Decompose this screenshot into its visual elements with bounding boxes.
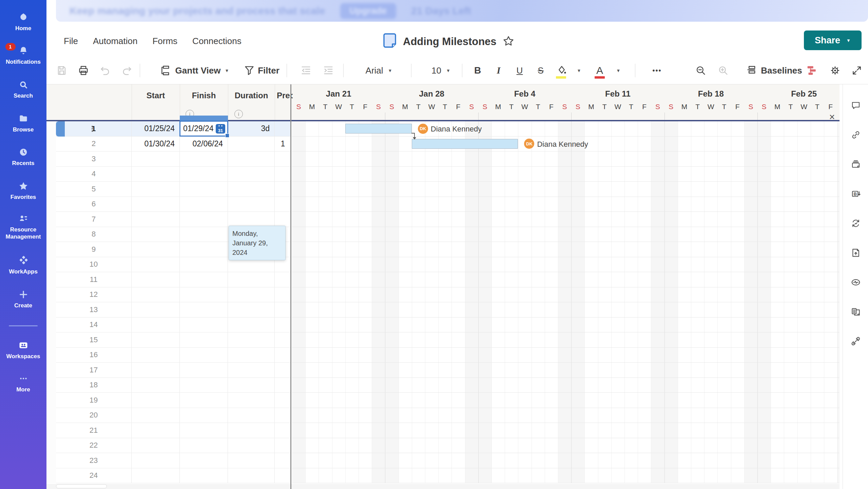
start-cell[interactable] xyxy=(132,378,180,393)
predecessors-cell[interactable] xyxy=(275,287,291,302)
link-icon[interactable] xyxy=(851,130,861,140)
bold-button[interactable]: B xyxy=(469,57,486,84)
table-row[interactable]: 4 xyxy=(56,167,291,182)
duration-cell[interactable] xyxy=(228,408,275,423)
finish-cell[interactable] xyxy=(180,287,228,302)
finish-cell[interactable] xyxy=(180,318,228,332)
duration-cell[interactable] xyxy=(228,302,275,317)
duration-cell[interactable] xyxy=(228,182,275,197)
start-cell[interactable] xyxy=(132,242,180,257)
row-number-cell[interactable]: 18 xyxy=(56,378,132,393)
selected-finish-cell[interactable]: 01/29/24 31 xyxy=(179,121,228,137)
duration-column-info-icon[interactable]: i xyxy=(234,110,243,118)
view-selector-button[interactable]: Gantt View▼ xyxy=(152,57,237,84)
cell-drag-handle[interactable] xyxy=(225,134,229,138)
row-number-cell[interactable]: 1 xyxy=(56,121,132,136)
critical-path-button[interactable] xyxy=(803,57,820,84)
fullscreen-button[interactable] xyxy=(848,57,866,84)
row-number-cell[interactable]: 7 xyxy=(56,212,132,227)
speech-bubble-icon[interactable] xyxy=(851,100,861,110)
row-number-cell[interactable]: 20 xyxy=(56,408,132,423)
duration-cell[interactable] xyxy=(228,438,275,453)
start-cell[interactable] xyxy=(132,453,180,468)
save-button[interactable] xyxy=(54,57,70,84)
finish-cell[interactable] xyxy=(180,167,228,182)
horizontal-scrollbar-track[interactable] xyxy=(46,484,840,489)
start-cell[interactable] xyxy=(132,318,180,332)
finish-cell[interactable] xyxy=(180,393,228,408)
row-number-cell[interactable]: 4 xyxy=(56,167,132,182)
font-family-select[interactable]: Arial▼ xyxy=(353,57,404,84)
grid-gantt-splitter[interactable] xyxy=(290,84,291,489)
finish-cell[interactable] xyxy=(180,272,228,287)
row-number-cell[interactable]: 3 xyxy=(56,151,132,166)
sidebar-item-favorites[interactable]: Favorites xyxy=(0,181,46,201)
predecessors-cell[interactable] xyxy=(275,182,291,197)
sidebar-item-browse[interactable]: Browse xyxy=(0,114,46,133)
row-number-cell[interactable]: 13 xyxy=(56,302,132,317)
table-row[interactable]: 3 xyxy=(56,151,291,167)
gantt-task-bar[interactable] xyxy=(412,139,518,149)
file-upload-icon[interactable] xyxy=(851,248,861,258)
proofs-icon[interactable] xyxy=(851,159,861,169)
fill-color-dropdown[interactable]: ▼ xyxy=(573,57,585,84)
page-title[interactable]: Adding Milestones xyxy=(403,36,497,48)
duration-cell[interactable] xyxy=(228,151,275,166)
sidebar-item-notifications[interactable]: 1Notifications xyxy=(0,46,46,65)
sidebar-item-more[interactable]: More xyxy=(0,373,46,393)
start-cell[interactable] xyxy=(132,212,180,227)
row-number-cell[interactable]: 21 xyxy=(56,423,132,438)
table-row[interactable]: 13 xyxy=(56,302,291,318)
row-menu-icon[interactable] xyxy=(92,128,93,129)
table-row[interactable]: 17 xyxy=(56,363,291,378)
sync-check-icon[interactable] xyxy=(851,218,861,228)
upgrade-button[interactable]: Upgrade xyxy=(340,3,397,19)
table-row[interactable]: 11 xyxy=(56,272,291,287)
predecessors-cell[interactable] xyxy=(275,423,291,438)
start-cell[interactable] xyxy=(132,363,180,378)
redo-button[interactable] xyxy=(119,57,135,84)
duration-cell[interactable] xyxy=(228,318,275,332)
column-header-start[interactable]: Start xyxy=(132,89,180,102)
finish-cell[interactable] xyxy=(180,242,228,257)
predecessors-cell[interactable] xyxy=(275,378,291,393)
row-number-cell[interactable]: 12 xyxy=(56,287,132,302)
menu-file[interactable]: File xyxy=(64,36,78,46)
predecessors-cell[interactable] xyxy=(275,197,291,212)
zoom-out-button[interactable] xyxy=(692,57,710,84)
row-number-cell[interactable]: 10 xyxy=(56,257,132,272)
finish-cell[interactable] xyxy=(180,378,228,393)
duration-cell[interactable] xyxy=(228,332,275,347)
row-number-cell[interactable]: 17 xyxy=(56,363,132,378)
finish-cell[interactable] xyxy=(180,468,228,483)
table-row[interactable]: 24 xyxy=(56,468,291,484)
sidebar-item-resource-management[interactable]: Resource Management xyxy=(0,213,46,240)
start-cell[interactable] xyxy=(132,438,180,453)
print-button[interactable] xyxy=(75,57,92,84)
duration-cell[interactable] xyxy=(228,197,275,212)
more-options-button[interactable]: ••• xyxy=(645,57,669,84)
settings-button[interactable] xyxy=(826,57,844,84)
notes-page-icon[interactable] xyxy=(851,307,861,317)
start-cell[interactable] xyxy=(132,272,180,287)
column-header-duration[interactable]: Duration xyxy=(228,89,275,102)
predecessors-cell[interactable] xyxy=(275,348,291,363)
table-row[interactable]: 15 xyxy=(56,332,291,348)
horizontal-scrollbar-thumb[interactable] xyxy=(56,484,107,488)
baselines-button[interactable]: Baselines xyxy=(737,57,811,84)
duration-cell[interactable] xyxy=(228,272,275,287)
table-row[interactable]: 21 xyxy=(56,423,291,438)
zoom-in-button[interactable] xyxy=(714,57,732,84)
row-number-cell[interactable]: 19 xyxy=(56,393,132,408)
table-row[interactable]: 18 xyxy=(56,378,291,393)
strikethrough-button[interactable]: S xyxy=(532,57,549,84)
row-number-cell[interactable]: 15 xyxy=(56,332,132,347)
start-cell[interactable] xyxy=(132,332,180,347)
filter-button[interactable]: Filter xyxy=(239,57,284,84)
undo-button[interactable] xyxy=(97,57,113,84)
indent-button[interactable] xyxy=(320,57,336,84)
finish-cell[interactable] xyxy=(180,408,228,423)
menu-connections[interactable]: Connections xyxy=(192,36,242,46)
finish-cell[interactable]: 02/06/24 xyxy=(180,137,228,151)
finish-cell[interactable] xyxy=(180,227,228,242)
